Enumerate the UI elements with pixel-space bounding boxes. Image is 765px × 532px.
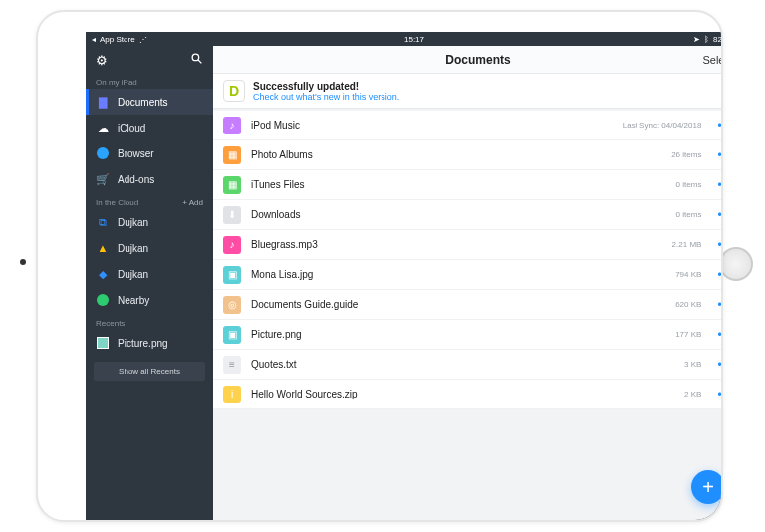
file-meta: 26 items (671, 150, 701, 159)
add-fab-button[interactable]: + (691, 470, 723, 504)
file-name: Downloads (251, 209, 666, 220)
file-name: Picture.png (251, 329, 665, 340)
sidebar-item-dropbox[interactable]: ⧉ Dujkan (86, 209, 213, 235)
more-icon[interactable]: ••• (717, 119, 723, 133)
update-banner: D Successfully updated! Check out what's… (213, 74, 723, 109)
section-in-cloud: In the Cloud + Add (86, 192, 213, 209)
image-thumb-icon (96, 336, 110, 350)
compass-icon (96, 146, 110, 160)
page-title: Documents (445, 53, 510, 67)
file-meta: 177 KB (675, 330, 701, 339)
sidebar-item-label: Dujkan (118, 243, 148, 254)
svg-point-0 (192, 54, 199, 61)
sidebar-item-icloud[interactable]: ☁ iCloud (86, 115, 213, 140)
file-type-icon: ▣ (223, 266, 241, 284)
file-row[interactable]: ▦iTunes Files0 items••• (213, 170, 723, 200)
gdrive-icon: ▲ (96, 241, 110, 255)
sidebar-item-label: Nearby (118, 295, 149, 306)
file-name: Mona Lisa.jpg (251, 269, 665, 280)
file-meta: 794 KB (675, 270, 701, 279)
sidebar-item-label: Dujkan (118, 217, 148, 228)
sidebar-item-browser[interactable]: Browser (86, 140, 213, 166)
file-name: Photo Albums (251, 149, 661, 160)
file-meta: 3 KB (684, 360, 701, 369)
gear-icon[interactable]: ⚙ (96, 53, 108, 68)
sidebar-item-label: Picture.png (118, 338, 168, 349)
section-on-ipad: On my iPad (86, 72, 213, 89)
cloud-icon: ☁ (96, 121, 110, 134)
more-icon[interactable]: ••• (717, 298, 723, 312)
file-name: Hello World Sources.zip (251, 389, 674, 399)
svg-line-1 (198, 60, 201, 63)
more-icon[interactable]: ••• (717, 208, 723, 222)
main-header: Documents Select (213, 46, 723, 74)
file-row[interactable]: ≡Quotes.txt3 KB••• (213, 350, 723, 380)
ipad-camera (20, 259, 26, 265)
sidebar-item-gdrive[interactable]: ▲ Dujkan (86, 235, 213, 261)
banner-link[interactable]: Check out what's new in this version. (253, 92, 399, 102)
file-name: Bluegrass.mp3 (251, 239, 662, 250)
more-icon[interactable]: ••• (717, 178, 723, 192)
app-icon: D (223, 80, 245, 102)
file-name: Documents Guide.guide (251, 299, 665, 310)
file-type-icon: ≡ (223, 356, 241, 374)
sidebar-item-nearby[interactable]: Nearby (86, 287, 213, 313)
file-meta: 2.21 MB (672, 240, 702, 249)
folder-icon: ▇ (96, 95, 110, 109)
select-button[interactable]: Select (702, 54, 723, 66)
file-meta: 0 items (676, 180, 702, 189)
search-icon[interactable] (190, 52, 203, 68)
file-name: iTunes Files (251, 179, 666, 190)
sidebar-item-addons[interactable]: 🛒 Add-ons (86, 166, 213, 192)
dropbox-icon: ⧉ (96, 215, 110, 229)
content-area: ⚙ On my iPad ▇ Documents ☁ iCloud (86, 46, 723, 522)
more-icon[interactable]: ••• (717, 148, 723, 162)
more-icon[interactable]: ••• (717, 268, 723, 282)
file-name: iPod Music (251, 120, 613, 131)
file-type-icon: ◎ (223, 296, 241, 314)
ipad-frame: ◂ App Store ⋰ 15:17 ➤ ᛒ 82% ▮ ⚙ (36, 10, 723, 522)
more-icon[interactable]: ••• (717, 328, 723, 342)
file-row[interactable]: iHello World Sources.zip2 KB••• (213, 380, 723, 409)
nearby-icon (96, 293, 110, 307)
sidebar-item-documents[interactable]: ▇ Documents (86, 89, 213, 115)
file-name: Quotes.txt (251, 359, 674, 370)
file-type-icon: ▦ (223, 176, 241, 194)
banner-title: Successfully updated! (253, 81, 399, 92)
file-type-icon: ▦ (223, 146, 241, 164)
file-type-icon: ▣ (223, 326, 241, 344)
sidebar-item-label: Dujkan (118, 269, 148, 280)
status-bar: ◂ App Store ⋰ 15:17 ➤ ᛒ 82% ▮ (86, 32, 723, 46)
status-time: 15:17 (86, 35, 723, 44)
screen: ◂ App Store ⋰ 15:17 ➤ ᛒ 82% ▮ ⚙ (86, 32, 723, 522)
sidebar: ⚙ On my iPad ▇ Documents ☁ iCloud (86, 46, 213, 522)
file-row[interactable]: ▣Picture.png177 KB••• (213, 320, 723, 350)
main-panel: Documents Select D Successfully updated!… (213, 46, 723, 522)
ipad-home-button[interactable] (719, 247, 753, 281)
sidebar-item-label: Add-ons (118, 174, 154, 185)
more-icon[interactable]: ••• (717, 388, 723, 401)
file-row[interactable]: ▦Photo Albums26 items••• (213, 140, 723, 170)
cart-icon: 🛒 (96, 172, 110, 186)
file-row[interactable]: ⬇Downloads0 items••• (213, 200, 723, 230)
sidebar-item-cloud3[interactable]: ◆ Dujkan (86, 261, 213, 287)
file-row[interactable]: ♪Bluegrass.mp32.21 MB••• (213, 230, 723, 260)
file-list: ♪iPod MusicLast Sync: 04/04/2018•••▦Phot… (213, 111, 723, 409)
file-row[interactable]: ▣Mona Lisa.jpg794 KB••• (213, 260, 723, 290)
file-meta: Last Sync: 04/04/2018 (623, 121, 702, 130)
sidebar-item-label: Browser (118, 148, 154, 159)
sidebar-item-label: iCloud (118, 123, 145, 133)
section-recents: Recents (86, 313, 213, 330)
cloud2-icon: ◆ (96, 267, 110, 281)
file-meta: 620 KB (675, 300, 701, 309)
add-cloud-button[interactable]: + Add (182, 198, 203, 207)
file-meta: 0 items (676, 210, 702, 219)
show-all-recents-button[interactable]: Show all Recents (94, 362, 205, 381)
file-type-icon: ⬇ (223, 206, 241, 224)
file-row[interactable]: ◎Documents Guide.guide620 KB••• (213, 290, 723, 320)
sidebar-item-label: Documents (118, 97, 168, 108)
sidebar-recent-item[interactable]: Picture.png (86, 330, 213, 356)
more-icon[interactable]: ••• (717, 358, 723, 372)
file-row[interactable]: ♪iPod MusicLast Sync: 04/04/2018••• (213, 111, 723, 140)
more-icon[interactable]: ••• (717, 238, 723, 252)
